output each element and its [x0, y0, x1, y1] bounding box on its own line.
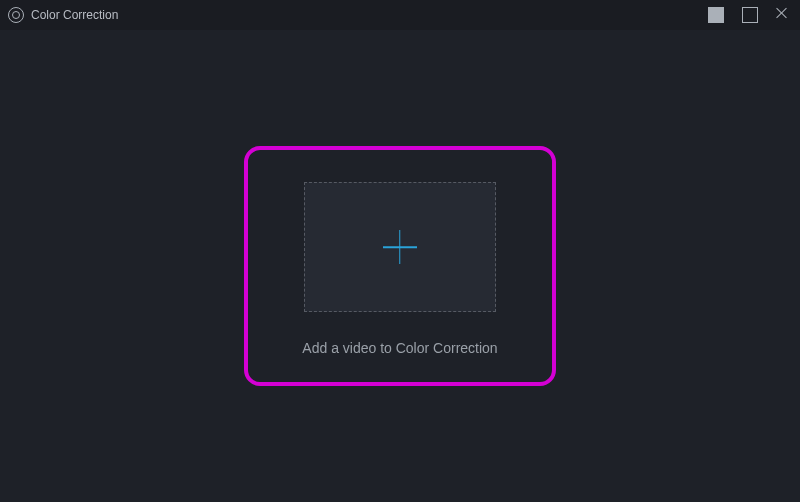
window-title: Color Correction	[31, 8, 118, 22]
titlebar: Color Correction	[0, 0, 800, 30]
plus-icon	[383, 230, 417, 264]
app-icon	[8, 7, 24, 23]
dropzone-caption: Add a video to Color Correction	[302, 340, 497, 356]
window-controls	[708, 7, 792, 23]
titlebar-left: Color Correction	[8, 7, 118, 23]
maximize-button[interactable]	[742, 7, 758, 23]
minimize-button[interactable]	[708, 7, 724, 23]
main-area: Add a video to Color Correction	[0, 30, 800, 502]
close-button[interactable]	[776, 7, 792, 23]
add-video-dropzone[interactable]	[304, 182, 496, 312]
highlight-frame: Add a video to Color Correction	[244, 146, 555, 386]
